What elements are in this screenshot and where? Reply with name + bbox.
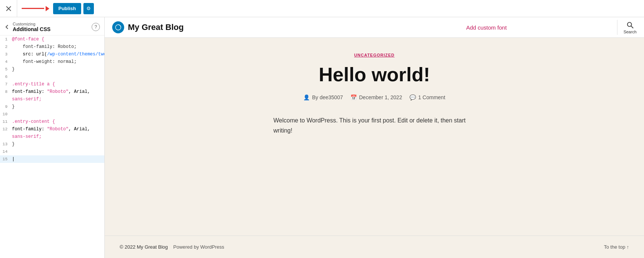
top-bar: Publish ⚙ <box>0 0 644 17</box>
code-line-5: 5 } <box>0 66 104 73</box>
post-comments: 💬 1 Comment <box>410 94 445 100</box>
customizing-label: Customizing <box>13 22 89 26</box>
site-name[interactable]: My Great Blog <box>128 22 184 32</box>
code-line-15[interactable]: 15 | <box>0 155 104 163</box>
post-title: Hello world! <box>319 64 430 85</box>
nav-center: Add custom font <box>362 24 611 31</box>
post-meta: 👤 By dee35007 📅 December 1, 2022 💬 1 Com… <box>303 94 445 100</box>
arrow-head <box>46 6 49 11</box>
author-icon: 👤 <box>303 94 310 100</box>
arrow-line <box>22 8 44 9</box>
post-author: 👤 By dee35007 <box>303 94 343 100</box>
back-button[interactable] <box>4 24 10 30</box>
code-line-8b: sans-serif; <box>0 95 104 103</box>
publish-area: Publish ⚙ <box>17 3 98 14</box>
preview-area: My Great Blog Add custom font Search UNC… <box>105 17 644 258</box>
footer-left: © 2022 My Great Blog Powered by WordPres… <box>120 244 374 250</box>
preview-nav: My Great Blog Add custom font Search <box>105 17 644 38</box>
code-line-1: 1 @font-face { <box>0 36 104 43</box>
code-line-2: 2 font-family: Roboto; <box>0 43 104 51</box>
code-line-11: 11 .entry-content { <box>0 118 104 125</box>
post-excerpt: Welcome to WordPress. This is your first… <box>273 115 475 136</box>
help-button[interactable]: ? <box>92 23 100 31</box>
code-line-8: 8 font-family: "Roboto", Arial, <box>0 88 104 95</box>
publish-button[interactable]: Publish <box>53 3 81 14</box>
footer-copyright: © 2022 My Great Blog <box>120 244 168 250</box>
preview-content: UNCATEGORIZED Hello world! 👤 By dee35007… <box>105 38 644 236</box>
site-icon <box>112 21 124 33</box>
code-line-12: 12 font-family: "Roboto", Arial, <box>0 125 104 133</box>
code-line-10: 10 <box>0 110 104 118</box>
post-category[interactable]: UNCATEGORIZED <box>354 53 395 57</box>
site-logo: My Great Blog <box>112 21 362 33</box>
preview-footer: © 2022 My Great Blog Powered by WordPres… <box>105 236 644 258</box>
red-arrow <box>22 6 49 11</box>
search-icon <box>626 21 635 30</box>
sidebar-header: Customizing Additional CSS ? <box>0 17 104 36</box>
svg-point-3 <box>627 22 631 27</box>
calendar-icon: 📅 <box>350 94 357 100</box>
nav-divider <box>617 20 617 35</box>
code-line-13: 13 } <box>0 140 104 148</box>
code-line-3: 3 src: url(/wp-content/themes/twentytwen… <box>0 51 104 58</box>
gear-button[interactable]: ⚙ <box>83 3 94 14</box>
code-line-7: 7 .entry-title a { <box>0 81 104 88</box>
section-title: Additional CSS <box>13 26 89 32</box>
comments-count: 1 Comment <box>418 94 445 100</box>
comment-icon: 💬 <box>410 94 416 100</box>
close-button[interactable] <box>0 0 17 17</box>
to-the-top-link[interactable]: To the top ↑ <box>374 244 629 250</box>
author-name: By dee35007 <box>312 94 343 100</box>
footer-powered: Powered by WordPress <box>173 244 224 250</box>
svg-line-4 <box>631 26 633 28</box>
code-line-14: 14 <box>0 148 104 155</box>
code-line-6: 6 <box>0 73 104 81</box>
sidebar: Customizing Additional CSS ? 1 @font-fac… <box>0 17 105 258</box>
search-label: Search <box>623 30 637 34</box>
code-line-9: 9 } <box>0 103 104 110</box>
css-editor[interactable]: 1 @font-face { 2 font-family: Roboto; 3 … <box>0 36 104 258</box>
add-custom-font-link[interactable]: Add custom font <box>466 24 506 31</box>
main-layout: Customizing Additional CSS ? 1 @font-fac… <box>0 17 644 258</box>
sidebar-title-area: Customizing Additional CSS <box>13 22 89 32</box>
code-line-12b: sans-serif; <box>0 133 104 140</box>
code-line-4: 4 font-weight: normal; <box>0 58 104 66</box>
search-area[interactable]: Search <box>623 21 637 34</box>
post-date: 📅 December 1, 2022 <box>350 94 402 100</box>
date-value: December 1, 2022 <box>359 94 402 100</box>
